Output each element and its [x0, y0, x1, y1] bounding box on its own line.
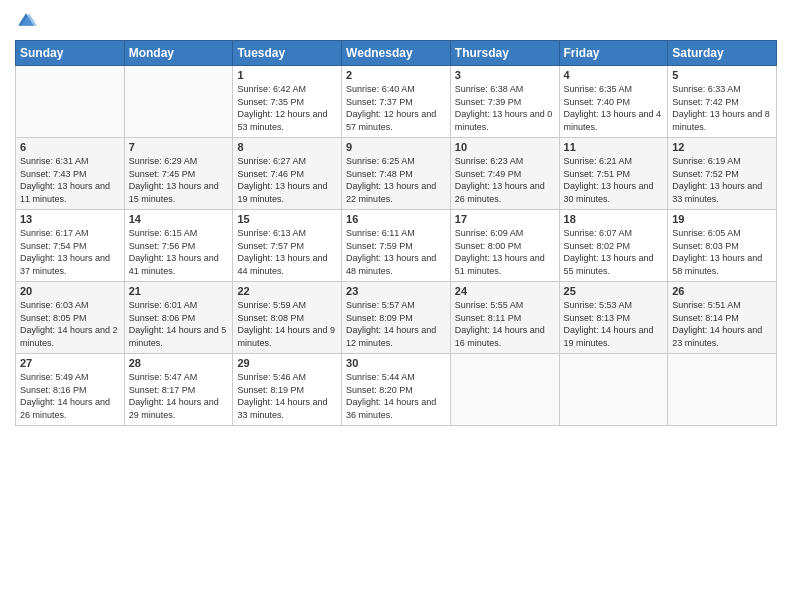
day-number: 27 [20, 357, 120, 369]
sunrise-text: Sunrise: 5:57 AM [346, 299, 446, 312]
calendar-day-cell: 11Sunrise: 6:21 AMSunset: 7:51 PMDayligh… [559, 138, 668, 210]
logo [15, 10, 41, 32]
sunset-text: Sunset: 7:52 PM [672, 168, 772, 181]
calendar-day-cell: 3Sunrise: 6:38 AMSunset: 7:39 PMDaylight… [450, 66, 559, 138]
day-number: 22 [237, 285, 337, 297]
day-info: Sunrise: 6:38 AMSunset: 7:39 PMDaylight:… [455, 83, 555, 133]
daylight-text: Daylight: 13 hours and 11 minutes. [20, 180, 120, 205]
daylight-text: Daylight: 14 hours and 5 minutes. [129, 324, 229, 349]
day-number: 24 [455, 285, 555, 297]
day-info: Sunrise: 5:44 AMSunset: 8:20 PMDaylight:… [346, 371, 446, 421]
calendar-day-cell: 15Sunrise: 6:13 AMSunset: 7:57 PMDayligh… [233, 210, 342, 282]
sunset-text: Sunset: 8:13 PM [564, 312, 664, 325]
sunset-text: Sunset: 7:49 PM [455, 168, 555, 181]
calendar-table: SundayMondayTuesdayWednesdayThursdayFrid… [15, 40, 777, 426]
calendar-day-cell: 18Sunrise: 6:07 AMSunset: 8:02 PMDayligh… [559, 210, 668, 282]
day-info: Sunrise: 6:03 AMSunset: 8:05 PMDaylight:… [20, 299, 120, 349]
calendar-day-cell [124, 66, 233, 138]
sunrise-text: Sunrise: 6:07 AM [564, 227, 664, 240]
sunset-text: Sunset: 8:08 PM [237, 312, 337, 325]
daylight-text: Daylight: 13 hours and 55 minutes. [564, 252, 664, 277]
sunrise-text: Sunrise: 5:55 AM [455, 299, 555, 312]
daylight-text: Daylight: 14 hours and 36 minutes. [346, 396, 446, 421]
day-number: 21 [129, 285, 229, 297]
day-number: 29 [237, 357, 337, 369]
daylight-text: Daylight: 12 hours and 53 minutes. [237, 108, 337, 133]
day-info: Sunrise: 6:13 AMSunset: 7:57 PMDaylight:… [237, 227, 337, 277]
daylight-text: Daylight: 14 hours and 33 minutes. [237, 396, 337, 421]
sunset-text: Sunset: 7:56 PM [129, 240, 229, 253]
daylight-text: Daylight: 13 hours and 8 minutes. [672, 108, 772, 133]
sunrise-text: Sunrise: 6:03 AM [20, 299, 120, 312]
calendar-day-cell: 9Sunrise: 6:25 AMSunset: 7:48 PMDaylight… [342, 138, 451, 210]
calendar-day-cell [450, 354, 559, 426]
sunrise-text: Sunrise: 6:25 AM [346, 155, 446, 168]
sunrise-text: Sunrise: 6:15 AM [129, 227, 229, 240]
sunset-text: Sunset: 7:43 PM [20, 168, 120, 181]
daylight-text: Daylight: 14 hours and 26 minutes. [20, 396, 120, 421]
calendar-week-row: 6Sunrise: 6:31 AMSunset: 7:43 PMDaylight… [16, 138, 777, 210]
calendar-day-cell: 19Sunrise: 6:05 AMSunset: 8:03 PMDayligh… [668, 210, 777, 282]
day-number: 14 [129, 213, 229, 225]
day-number: 5 [672, 69, 772, 81]
daylight-text: Daylight: 13 hours and 51 minutes. [455, 252, 555, 277]
daylight-text: Daylight: 14 hours and 9 minutes. [237, 324, 337, 349]
calendar-week-row: 20Sunrise: 6:03 AMSunset: 8:05 PMDayligh… [16, 282, 777, 354]
calendar-day-cell [668, 354, 777, 426]
day-number: 4 [564, 69, 664, 81]
calendar-day-cell: 24Sunrise: 5:55 AMSunset: 8:11 PMDayligh… [450, 282, 559, 354]
sunrise-text: Sunrise: 5:47 AM [129, 371, 229, 384]
sunset-text: Sunset: 7:45 PM [129, 168, 229, 181]
calendar-day-cell: 12Sunrise: 6:19 AMSunset: 7:52 PMDayligh… [668, 138, 777, 210]
day-info: Sunrise: 6:25 AMSunset: 7:48 PMDaylight:… [346, 155, 446, 205]
weekday-header-monday: Monday [124, 41, 233, 66]
daylight-text: Daylight: 14 hours and 19 minutes. [564, 324, 664, 349]
day-info: Sunrise: 6:29 AMSunset: 7:45 PMDaylight:… [129, 155, 229, 205]
day-number: 2 [346, 69, 446, 81]
daylight-text: Daylight: 14 hours and 2 minutes. [20, 324, 120, 349]
day-number: 26 [672, 285, 772, 297]
sunrise-text: Sunrise: 6:09 AM [455, 227, 555, 240]
day-number: 25 [564, 285, 664, 297]
sunrise-text: Sunrise: 6:11 AM [346, 227, 446, 240]
weekday-header-friday: Friday [559, 41, 668, 66]
daylight-text: Daylight: 14 hours and 23 minutes. [672, 324, 772, 349]
calendar-week-row: 1Sunrise: 6:42 AMSunset: 7:35 PMDaylight… [16, 66, 777, 138]
weekday-header-wednesday: Wednesday [342, 41, 451, 66]
daylight-text: Daylight: 13 hours and 44 minutes. [237, 252, 337, 277]
daylight-text: Daylight: 13 hours and 37 minutes. [20, 252, 120, 277]
sunset-text: Sunset: 7:35 PM [237, 96, 337, 109]
calendar-day-cell: 30Sunrise: 5:44 AMSunset: 8:20 PMDayligh… [342, 354, 451, 426]
calendar-day-cell [559, 354, 668, 426]
day-info: Sunrise: 5:49 AMSunset: 8:16 PMDaylight:… [20, 371, 120, 421]
calendar-day-cell: 5Sunrise: 6:33 AMSunset: 7:42 PMDaylight… [668, 66, 777, 138]
day-number: 8 [237, 141, 337, 153]
day-number: 19 [672, 213, 772, 225]
day-number: 16 [346, 213, 446, 225]
sunset-text: Sunset: 8:17 PM [129, 384, 229, 397]
day-number: 13 [20, 213, 120, 225]
sunrise-text: Sunrise: 5:59 AM [237, 299, 337, 312]
day-info: Sunrise: 5:46 AMSunset: 8:19 PMDaylight:… [237, 371, 337, 421]
day-info: Sunrise: 6:07 AMSunset: 8:02 PMDaylight:… [564, 227, 664, 277]
day-number: 12 [672, 141, 772, 153]
calendar-day-cell: 16Sunrise: 6:11 AMSunset: 7:59 PMDayligh… [342, 210, 451, 282]
sunset-text: Sunset: 7:54 PM [20, 240, 120, 253]
calendar-day-cell: 27Sunrise: 5:49 AMSunset: 8:16 PMDayligh… [16, 354, 125, 426]
day-number: 1 [237, 69, 337, 81]
day-info: Sunrise: 6:33 AMSunset: 7:42 PMDaylight:… [672, 83, 772, 133]
calendar-day-cell: 14Sunrise: 6:15 AMSunset: 7:56 PMDayligh… [124, 210, 233, 282]
day-info: Sunrise: 6:09 AMSunset: 8:00 PMDaylight:… [455, 227, 555, 277]
sunset-text: Sunset: 8:09 PM [346, 312, 446, 325]
sunset-text: Sunset: 8:11 PM [455, 312, 555, 325]
day-info: Sunrise: 5:59 AMSunset: 8:08 PMDaylight:… [237, 299, 337, 349]
daylight-text: Daylight: 13 hours and 19 minutes. [237, 180, 337, 205]
weekday-header-sunday: Sunday [16, 41, 125, 66]
sunset-text: Sunset: 8:16 PM [20, 384, 120, 397]
sunset-text: Sunset: 7:59 PM [346, 240, 446, 253]
calendar-day-cell: 21Sunrise: 6:01 AMSunset: 8:06 PMDayligh… [124, 282, 233, 354]
sunset-text: Sunset: 8:06 PM [129, 312, 229, 325]
weekday-header-tuesday: Tuesday [233, 41, 342, 66]
calendar-day-cell: 7Sunrise: 6:29 AMSunset: 7:45 PMDaylight… [124, 138, 233, 210]
calendar-day-cell: 13Sunrise: 6:17 AMSunset: 7:54 PMDayligh… [16, 210, 125, 282]
